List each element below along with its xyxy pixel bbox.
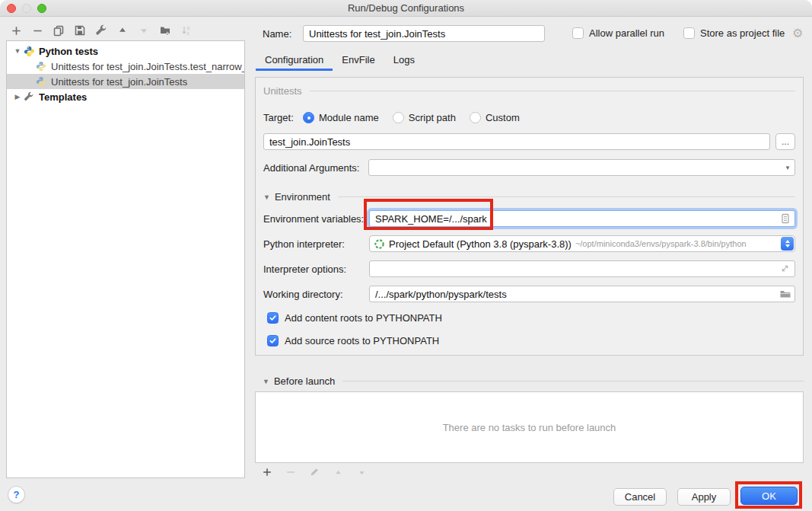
interpreter-options-label: Interpreter options:: [263, 263, 369, 275]
target-module-input[interactable]: [263, 133, 770, 150]
target-input-row: ...: [263, 133, 795, 150]
wrench-icon: [24, 91, 35, 103]
zoom-window-button[interactable]: [37, 4, 46, 13]
radio-label: Script path: [409, 112, 456, 123]
save-configuration-icon[interactable]: [74, 24, 86, 37]
python-test-icon: [36, 61, 47, 72]
divider: [342, 381, 804, 382]
run-debug-configurations-dialog: Run/Debug Configurations az ▼ Pyt: [0, 0, 812, 511]
svg-text:z: z: [187, 30, 189, 36]
additional-arguments-row: Additional Arguments: ▼: [263, 159, 795, 176]
divider: [310, 91, 795, 91]
move-task-up-icon[interactable]: [332, 466, 344, 478]
cancel-button[interactable]: Cancel: [613, 488, 667, 506]
add-task-icon[interactable]: [261, 466, 273, 478]
before-launch-title: Before launch: [274, 375, 335, 387]
close-window-button[interactable]: [7, 4, 16, 13]
store-as-project-file-label: Store as project file: [700, 27, 785, 39]
radio-label: Module name: [319, 112, 379, 123]
working-directory-input[interactable]: [369, 286, 795, 302]
combobox-stepper-icon[interactable]: [781, 237, 794, 251]
add-source-roots-checkbox[interactable]: Add source roots to PYTHONPATH: [267, 335, 795, 347]
checkbox-checked-icon[interactable]: [267, 312, 279, 324]
ok-button[interactable]: OK: [740, 487, 798, 505]
interpreter-options-input[interactable]: [369, 260, 795, 277]
radio-selected-icon[interactable]: [303, 112, 314, 123]
working-directory-row: Working directory:: [263, 286, 795, 302]
minimize-window-button[interactable]: [22, 4, 31, 13]
target-row: Target: Module name Script path Custom: [263, 112, 795, 123]
environment-variables-label: Environment variables:: [263, 213, 369, 225]
edit-task-icon[interactable]: [308, 466, 320, 478]
remove-task-icon[interactable]: [285, 466, 297, 478]
checkbox-unchecked-icon[interactable]: [572, 27, 584, 39]
before-launch-toolbar: [261, 465, 368, 479]
add-content-roots-checkbox[interactable]: Add content roots to PYTHONPATH: [267, 312, 795, 324]
collapse-triangle-icon[interactable]: ▼: [263, 193, 270, 201]
gear-icon[interactable]: ⚙: [792, 27, 803, 40]
svg-text:a: a: [187, 25, 190, 30]
collapse-triangle-icon[interactable]: ▼: [263, 378, 269, 385]
interpreter-value: Project Default (Python 3.8 (pyspark-3.8…: [389, 238, 572, 250]
tab-configuration[interactable]: Configuration: [256, 51, 333, 71]
additional-arguments-input[interactable]: [368, 159, 795, 176]
store-as-project-file-checkbox[interactable]: Store as project file: [683, 27, 785, 39]
tree-item-label: Unittests for test_join.JoinTests.test_n…: [51, 61, 244, 72]
before-launch-task-list: There are no tasks to run before launch: [255, 391, 804, 463]
tab-logs[interactable]: Logs: [384, 51, 424, 71]
environment-variables-row: Environment variables:: [263, 210, 795, 227]
remove-configuration-icon[interactable]: [31, 24, 43, 37]
environment-section-header: ▼ Environment: [263, 191, 795, 203]
tab-envfile[interactable]: EnvFile: [333, 51, 384, 71]
move-task-down-icon[interactable]: [355, 466, 368, 478]
move-down-icon[interactable]: [138, 24, 150, 37]
radio-script-path[interactable]: Script path: [393, 112, 456, 123]
sort-configurations-icon[interactable]: az: [180, 24, 193, 37]
configuration-tabs: Configuration EnvFile Logs: [256, 51, 424, 71]
radio-unselected-icon[interactable]: [470, 112, 481, 123]
unittests-group-title: Unittests: [263, 85, 302, 97]
add-source-roots-label: Add source roots to PYTHONPATH: [285, 335, 439, 347]
move-up-icon[interactable]: [116, 24, 129, 37]
name-label: Name:: [263, 28, 291, 40]
python-interpreter-select[interactable]: Project Default (Python 3.8 (pyspark-3.8…: [369, 235, 795, 252]
browse-button[interactable]: ...: [775, 133, 795, 150]
python-interpreter-row: Python interpreter: Project Default (Pyt…: [263, 235, 795, 252]
radio-module-name[interactable]: Module name: [303, 112, 379, 123]
help-button[interactable]: ?: [8, 486, 25, 503]
tree-item-unittest-narrow[interactable]: Unittests for test_join.JoinTests.test_n…: [7, 59, 244, 74]
python-icon: [24, 46, 35, 57]
environment-section-title: Environment: [275, 191, 330, 203]
before-launch-empty-text: There are no tasks to run before launch: [443, 422, 616, 433]
interpreter-path: ~/opt/miniconda3/envs/pyspark-3.8/bin/py…: [575, 239, 747, 248]
checkbox-unchecked-icon[interactable]: [683, 27, 695, 39]
tree-item-label: Unittests for test_join.JoinTests: [51, 76, 187, 88]
target-label: Target:: [263, 112, 303, 123]
divider: [338, 196, 795, 197]
name-input[interactable]: [303, 25, 545, 42]
apply-button[interactable]: Apply: [677, 488, 731, 506]
chevron-down-icon[interactable]: ▼: [785, 164, 791, 171]
add-configuration-icon[interactable]: [10, 24, 22, 37]
radio-custom[interactable]: Custom: [470, 112, 520, 123]
tree-item-label: Python tests: [39, 46, 98, 57]
new-folder-icon[interactable]: [159, 24, 171, 37]
allow-parallel-run-checkbox[interactable]: Allow parallel run: [572, 27, 664, 39]
interpreter-options-row: Interpreter options:: [263, 260, 795, 277]
edit-templates-icon[interactable]: [95, 24, 107, 37]
chevron-right-icon[interactable]: ▶: [13, 93, 22, 101]
configurations-tree: ▼ Python tests Unittests for test_join.J…: [6, 40, 245, 478]
configurations-toolbar: az: [10, 24, 193, 37]
unittests-group-header: Unittests: [263, 85, 795, 97]
chevron-down-icon[interactable]: ▼: [13, 47, 22, 55]
copy-configuration-icon[interactable]: [53, 24, 65, 37]
before-launch-header: ▼ Before launch: [263, 375, 804, 387]
tree-item-python-tests[interactable]: ▼ Python tests: [7, 43, 244, 59]
tree-item-label: Templates: [39, 91, 87, 103]
environment-variables-input[interactable]: [369, 210, 795, 227]
radio-unselected-icon[interactable]: [393, 112, 404, 123]
python-test-icon: [36, 76, 47, 88]
tree-item-templates[interactable]: ▶ Templates: [7, 89, 244, 104]
tree-item-unittest-jointests-selected[interactable]: Unittests for test_join.JoinTests: [7, 74, 244, 89]
checkbox-checked-icon[interactable]: [267, 335, 279, 347]
